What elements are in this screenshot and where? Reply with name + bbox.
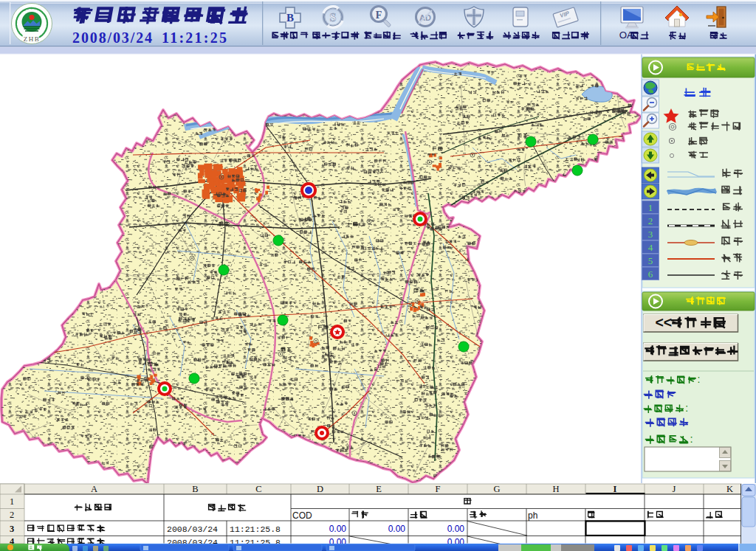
svg-text:0.00: 0.00	[388, 524, 406, 534]
svg-text:B: B	[286, 12, 294, 24]
svg-text:S: S	[330, 11, 337, 24]
svg-text:C: C	[255, 484, 261, 494]
svg-text:2: 2	[10, 510, 14, 520]
svg-text:B: B	[192, 484, 198, 494]
svg-text:J: J	[673, 484, 676, 494]
svg-text:11:21:25: 11:21:25	[162, 30, 227, 46]
svg-text::: :	[690, 433, 693, 445]
svg-text:G: G	[493, 484, 500, 494]
svg-text:D: D	[317, 484, 323, 494]
svg-text:I: I	[614, 484, 617, 494]
svg-text:2008/03/24: 2008/03/24	[167, 524, 218, 534]
svg-text:1: 1	[10, 496, 14, 507]
svg-text:H: H	[552, 484, 559, 494]
svg-text:F: F	[436, 484, 441, 494]
svg-text:0.00: 0.00	[329, 524, 347, 534]
svg-text:11:21:25.8: 11:21:25.8	[230, 524, 281, 534]
svg-text:2: 2	[648, 215, 653, 226]
svg-text:1: 1	[648, 202, 653, 213]
svg-text:ZHB: ZHB	[24, 35, 41, 43]
svg-text:COD: COD	[292, 510, 312, 521]
svg-text:A: A	[91, 484, 97, 494]
svg-text:2008/03/24: 2008/03/24	[72, 30, 152, 46]
svg-text:F: F	[376, 10, 382, 21]
svg-text:4: 4	[648, 242, 653, 253]
svg-text:6: 6	[648, 268, 653, 280]
svg-text:E: E	[376, 484, 382, 494]
svg-text::: :	[698, 374, 701, 385]
svg-text:K: K	[726, 484, 733, 494]
svg-text::: :	[685, 403, 688, 414]
svg-text:0.00: 0.00	[447, 524, 465, 534]
svg-text:ph: ph	[528, 510, 537, 521]
svg-text:3: 3	[10, 524, 14, 534]
svg-text:3: 3	[648, 229, 653, 240]
svg-text:5: 5	[648, 255, 653, 266]
svg-text:<<: <<	[655, 314, 672, 330]
